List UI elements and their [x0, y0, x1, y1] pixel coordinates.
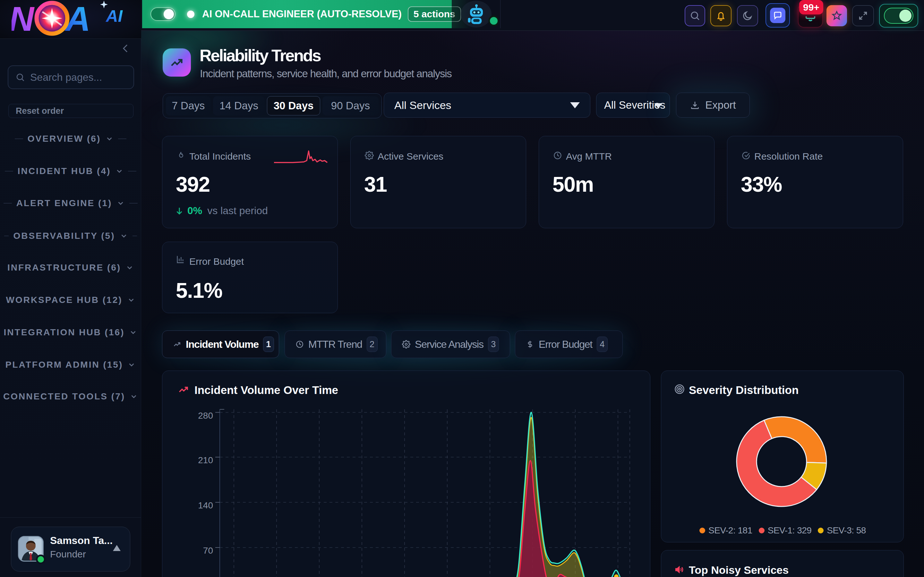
svg-text:280: 280	[198, 411, 213, 421]
svg-text:140: 140	[198, 500, 213, 510]
svg-text:70: 70	[203, 546, 213, 556]
svg-text:210: 210	[198, 455, 213, 465]
svg-text:N: N	[11, 1, 35, 38]
svg-text:AI: AI	[105, 7, 123, 25]
